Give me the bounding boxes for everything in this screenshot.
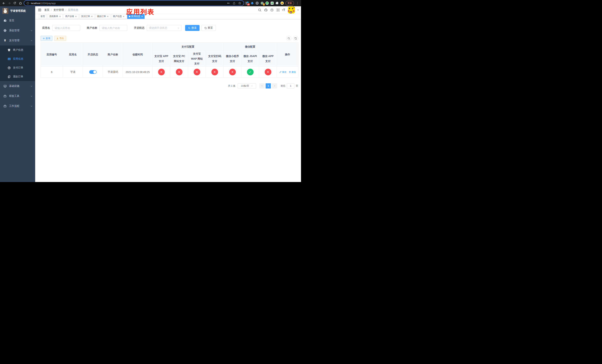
- col-header-actions: 操作: [277, 43, 298, 67]
- close-icon[interactable]: ✕: [91, 15, 93, 18]
- yen-icon: ¥: [3, 39, 7, 43]
- cell-actions: 修改 删除: [277, 66, 298, 78]
- tab-app-info[interactable]: 应用信息✕: [127, 14, 145, 19]
- merchant-name-label: 商户名称: [87, 26, 97, 30]
- extensions-puzzle-icon[interactable]: [275, 1, 279, 5]
- add-button[interactable]: 新增: [41, 36, 52, 41]
- search-icon: [188, 27, 191, 29]
- goto-page-input[interactable]: [287, 83, 294, 88]
- status-select[interactable]: 请选择开启状态: [147, 25, 182, 31]
- page-size-select[interactable]: 10条/页: [238, 83, 256, 88]
- sidebar-item-payment[interactable]: ¥ 支付管理: [0, 36, 35, 45]
- reset-button[interactable]: 重置: [201, 25, 216, 31]
- export-button[interactable]: 导出: [54, 36, 66, 41]
- goto-suffix: 页: [296, 84, 298, 87]
- prev-page-button[interactable]: [259, 83, 265, 88]
- sidebar-item-system[interactable]: 系统管理: [0, 26, 35, 36]
- fullscreen-icon[interactable]: [276, 8, 280, 12]
- font-size-icon[interactable]: TT: [282, 8, 285, 12]
- edit-button[interactable]: 修改: [279, 71, 287, 74]
- close-icon[interactable]: ✕: [107, 15, 109, 18]
- alipay-app-status-icon: ✕: [158, 69, 165, 75]
- close-icon[interactable]: ✕: [75, 15, 77, 18]
- sidebar-logo-row[interactable]: 芋道管理系统: [0, 6, 35, 16]
- sidebar: 芋道管理系统 首页 系统管理 ¥ 支付管理: [0, 6, 35, 182]
- browser-address-bar[interactable]: localhost:1024/pay/app: [24, 1, 244, 6]
- extension-badge: 1: [263, 3, 265, 6]
- sidebar-collapse-icon[interactable]: [38, 8, 41, 12]
- sidebar-item-merchant-info[interactable]: 商户信息: [0, 45, 35, 54]
- close-icon[interactable]: ✕: [123, 15, 125, 18]
- sidebar-item-workflow[interactable]: 工作流程: [0, 101, 35, 111]
- col-header-alipay-pc: 支付宝 PC 网站支付: [170, 51, 188, 67]
- col-group-alipay: 支付宝配置: [152, 43, 224, 51]
- page-number-1[interactable]: 1: [266, 83, 271, 88]
- sidebar-item-infra[interactable]: 基础设施: [0, 81, 35, 91]
- tab-merchant-info[interactable]: 商户信息✕: [111, 14, 126, 19]
- trash-icon: [289, 71, 291, 73]
- sidebar-item-pay-order[interactable]: ¥ 支付订单: [0, 63, 35, 72]
- sidebar-item-app-info[interactable]: 应用信息: [0, 54, 35, 63]
- browser-reload-button[interactable]: [13, 1, 17, 5]
- delete-button[interactable]: 删除: [289, 71, 296, 74]
- user-avatar[interactable]: [288, 7, 295, 13]
- table-grid-icon: [7, 57, 11, 61]
- extension-chat-icon[interactable]: [270, 1, 274, 5]
- next-page-button[interactable]: [272, 83, 277, 88]
- col-header-app-name: 应用名: [63, 43, 83, 67]
- browser-back-button[interactable]: [1, 1, 6, 5]
- download-icon: [56, 37, 58, 39]
- sidebar-item-refund-order[interactable]: 退款订单: [0, 72, 35, 81]
- profile-avatar-icon[interactable]: [280, 1, 284, 5]
- password-key-icon[interactable]: [227, 2, 230, 5]
- cell-status: [83, 66, 103, 78]
- toggle-search-button[interactable]: [286, 36, 291, 41]
- browser-home-button[interactable]: [18, 1, 22, 5]
- navbar-right: TT: [258, 7, 299, 13]
- goto-label: 前往: [281, 84, 285, 87]
- close-icon[interactable]: ✕: [141, 15, 143, 18]
- refresh-icon: [294, 37, 297, 40]
- browser-forward-button[interactable]: [7, 1, 11, 5]
- active-dot: [129, 16, 130, 17]
- extension-kite-icon[interactable]: [250, 1, 254, 5]
- tab-process-form[interactable]: 流程表单✕: [48, 14, 63, 19]
- sidebar-item-home[interactable]: 首页: [0, 16, 35, 26]
- github-icon[interactable]: [264, 8, 268, 12]
- browser-update-button[interactable]: 更新: [285, 1, 294, 6]
- breadcrumb-payment[interactable]: 支付管理: [54, 8, 64, 12]
- status-toggle[interactable]: [89, 70, 97, 74]
- bookmark-star-icon[interactable]: [238, 2, 241, 5]
- refresh-table-button[interactable]: [293, 36, 298, 41]
- share-icon[interactable]: [233, 2, 236, 5]
- extension-recorder-icon[interactable]: 1: [260, 1, 264, 5]
- col-header-alipay-qr: 支付宝扫码支付: [206, 51, 224, 67]
- app-name-input[interactable]: [52, 25, 80, 31]
- user-menu-caret-icon[interactable]: [297, 10, 299, 11]
- close-icon[interactable]: ✕: [59, 15, 61, 18]
- cell-created: 2021-10-23 08:49:25: [123, 66, 152, 78]
- table-toolbar: 新增 导出: [41, 36, 298, 41]
- col-header-created: 创建时间: [123, 43, 152, 67]
- extension-grid-icon[interactable]: 10: [246, 1, 249, 5]
- sidebar-item-devtools[interactable]: 研发工具: [0, 91, 35, 101]
- tab-refund-order[interactable]: 退款订单✕: [95, 14, 110, 19]
- tab-pay-order[interactable]: 支付订单✕: [79, 14, 94, 19]
- extension-command-icon[interactable]: ⌘: [256, 1, 259, 5]
- gear-icon: [3, 29, 7, 32]
- plus-icon: [43, 37, 45, 39]
- cell-merchant: 芋道源码: [103, 66, 123, 78]
- merchant-name-input[interactable]: [99, 25, 127, 31]
- help-icon[interactable]: [270, 8, 274, 12]
- wx-jsapi-status-icon: ✓: [247, 69, 254, 75]
- extension-y-icon[interactable]: y: [266, 1, 269, 5]
- browser-chrome: localhost:1024/pay/app 10 ⌘: [0, 0, 301, 6]
- tab-home[interactable]: 首页: [39, 14, 47, 19]
- search-button[interactable]: 搜索: [185, 25, 200, 31]
- search-icon[interactable]: [258, 8, 262, 12]
- breadcrumb-home[interactable]: 首页: [44, 8, 49, 12]
- browser-menu-icon[interactable]: ⋮: [296, 1, 299, 5]
- tab-user-group[interactable]: 用户分组✕: [64, 14, 78, 19]
- site-info-icon[interactable]: [26, 2, 29, 5]
- col-group-wechat: 微信配置: [224, 43, 277, 51]
